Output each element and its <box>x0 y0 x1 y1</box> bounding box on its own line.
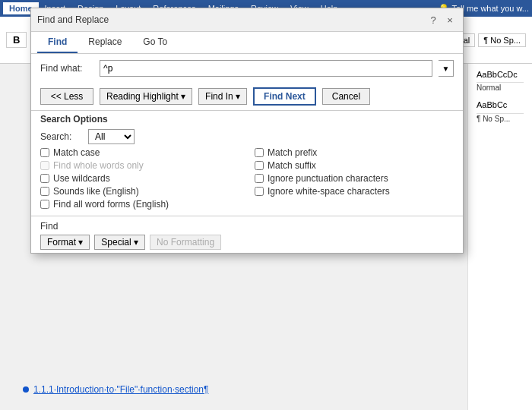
all-word-forms-checkbox[interactable]: Find all word forms (English) <box>40 199 239 210</box>
sidebar-no-spacing-style[interactable]: AaBbCc ¶ No Sp... <box>473 97 527 126</box>
dialog-help-button[interactable]: ? <box>426 13 440 27</box>
ignore-space-label: Ignore white-space characters <box>268 186 390 197</box>
tab-find[interactable]: Find <box>37 32 78 53</box>
ignore-punct-label: Ignore punctuation characters <box>268 173 388 184</box>
search-options-title: Search Options <box>40 114 454 125</box>
dialog-title: Find and Replace <box>37 14 109 25</box>
doc-link-text: 1.1.1·Introduction·to·"File"·function·se… <box>33 384 208 395</box>
ignore-space-input[interactable] <box>255 187 264 196</box>
format-button[interactable]: Format ▾ <box>40 235 90 250</box>
action-row: << Less Reading Highlight ▾ Find In ▾ Fi… <box>31 83 463 110</box>
special-button[interactable]: Special ▾ <box>94 235 145 250</box>
sounds-like-label: Sounds like (English) <box>53 186 139 197</box>
find-footer-title: Find <box>40 221 454 232</box>
find-next-button[interactable]: Find Next <box>253 87 316 106</box>
find-replace-dialog: Find and Replace ? × Find Replace Go To … <box>30 8 464 254</box>
right-sidebar: AaBbCcDc Normal AaBbCc ¶ No Sp... <box>467 64 532 410</box>
match-case-checkbox[interactable]: Match case <box>40 147 239 158</box>
no-formatting-button: No Formatting <box>150 235 221 250</box>
style-no-spacing[interactable]: ¶ No Sp... <box>478 33 526 47</box>
checkbox-placeholder <box>255 199 454 210</box>
wildcards-input[interactable] <box>40 174 49 183</box>
wildcards-label: Use wildcards <box>53 173 110 184</box>
wildcards-checkbox[interactable]: Use wildcards <box>40 173 239 184</box>
cancel-button[interactable]: Cancel <box>322 88 370 105</box>
whole-words-input <box>40 161 49 170</box>
dialog-tabs: Find Replace Go To <box>31 32 463 54</box>
reading-highlight-button[interactable]: Reading Highlight ▾ <box>100 88 192 105</box>
whole-words-label: Find whole words only <box>53 160 144 171</box>
match-suffix-label: Match suffix <box>268 160 316 171</box>
less-button[interactable]: << Less <box>40 88 93 105</box>
doc-bullet-item: 1.1.1·Introduction·to·"File"·function·se… <box>23 384 208 395</box>
bullet-icon <box>23 386 29 393</box>
all-word-forms-input[interactable] <box>40 200 49 209</box>
sidebar-normal-style[interactable]: AaBbCcDc Normal <box>473 67 527 96</box>
find-dropdown-arrow[interactable]: ▼ <box>439 60 454 77</box>
match-prefix-label: Match prefix <box>268 147 317 158</box>
find-row: Find what: ▼ <box>31 54 463 83</box>
match-prefix-checkbox[interactable]: Match prefix <box>255 147 454 158</box>
find-footer: Find Format ▾ Special ▾ No Formatting <box>31 216 463 253</box>
dialog-controls: ? × <box>426 13 457 27</box>
ignore-punct-input[interactable] <box>255 174 264 183</box>
search-options: Search Options Search: All Up Down Match… <box>31 110 463 216</box>
find-label: Find what: <box>40 63 93 74</box>
match-case-input[interactable] <box>40 148 49 157</box>
match-prefix-input[interactable] <box>255 148 264 157</box>
dialog-close-button[interactable]: × <box>443 13 457 27</box>
find-in-button[interactable]: Find In ▾ <box>198 88 247 105</box>
search-select[interactable]: All Up Down <box>88 129 135 144</box>
match-suffix-input[interactable] <box>255 161 264 170</box>
tab-goto[interactable]: Go To <box>132 32 178 53</box>
find-input[interactable] <box>100 60 432 77</box>
whole-words-checkbox[interactable]: Find whole words only <box>40 160 239 171</box>
sounds-like-input[interactable] <box>40 187 49 196</box>
match-suffix-checkbox[interactable]: Match suffix <box>255 160 454 171</box>
ignore-space-checkbox[interactable]: Ignore white-space characters <box>255 186 454 197</box>
find-footer-buttons: Format ▾ Special ▾ No Formatting <box>40 235 454 250</box>
tab-replace[interactable]: Replace <box>78 32 132 53</box>
checkboxes-grid: Match case Match prefix Find whole words… <box>40 147 454 210</box>
all-word-forms-label: Find all word forms (English) <box>53 199 169 210</box>
ignore-punct-checkbox[interactable]: Ignore punctuation characters <box>255 173 454 184</box>
sounds-like-checkbox[interactable]: Sounds like (English) <box>40 186 239 197</box>
match-case-label: Match case <box>53 147 100 158</box>
search-row: Search: All Up Down <box>40 129 454 144</box>
bold-button[interactable]: B <box>6 32 27 48</box>
search-label: Search: <box>40 131 82 142</box>
dialog-titlebar: Find and Replace ? × <box>31 8 463 32</box>
